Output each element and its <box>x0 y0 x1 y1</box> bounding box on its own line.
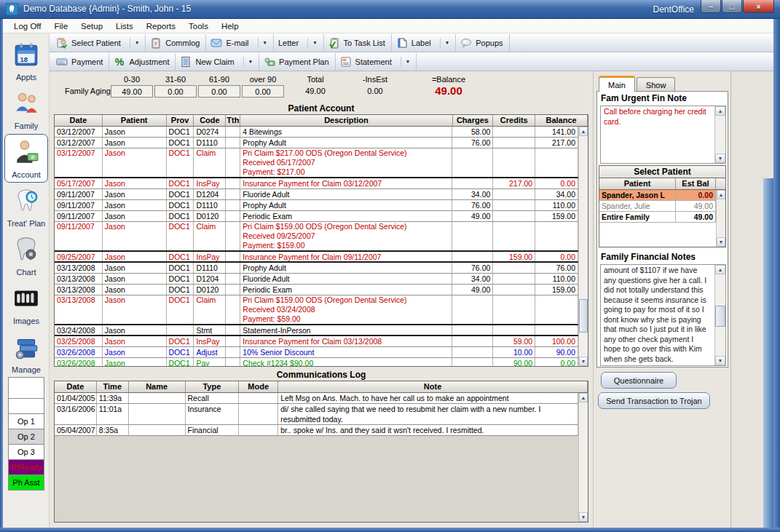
account-row[interactable]: 03/12/2007JasonDOC1ClaimPri Claim $217.0… <box>55 148 578 178</box>
scroll-up-icon[interactable]: ▲ <box>715 265 725 274</box>
commlog-row[interactable]: 01/04/200511:39aRecallLeft Msg on Ans. M… <box>55 393 578 404</box>
select-patient-scrollbar[interactable]: ▲ ▼ <box>716 190 725 247</box>
module-family[interactable]: Family <box>4 85 48 134</box>
account-row[interactable]: 09/25/2007JasonDOC1InsPayInsurance Payme… <box>55 252 578 263</box>
urgent-note-text[interactable]: Call before charging her credit card. <box>601 106 714 163</box>
account-row[interactable]: 05/17/2007JasonDOC1InsPayInsurance Payme… <box>55 178 578 189</box>
toolbar-new-claim-button[interactable]: New Claim▼ <box>176 54 259 70</box>
menu-item-setup[interactable]: Setup <box>74 19 109 33</box>
module-images[interactable]: Images <box>4 280 48 329</box>
column-header-note[interactable]: Note <box>278 381 588 392</box>
tab-show[interactable]: Show <box>637 77 676 92</box>
toolbar-select-patient-button[interactable]: Select Patient▼ <box>52 35 145 51</box>
menu-item-file[interactable]: File <box>48 19 75 33</box>
dropdown-arrow-icon[interactable]: ▼ <box>130 38 139 48</box>
op-button-empty[interactable] <box>8 398 44 414</box>
financial-notes-text[interactable]: amount of $1107 if we have any questions… <box>601 265 714 365</box>
scroll-up-icon[interactable]: ▲ <box>717 190 725 199</box>
column-header-est-bal[interactable]: Est Bal <box>676 178 716 189</box>
commlog-scrollbar[interactable]: ▲ ▼ <box>578 393 588 522</box>
minimize-button[interactable]: – <box>701 0 721 13</box>
account-row[interactable]: 03/13/2008JasonDOC1D0120Periodic Exam49.… <box>55 285 578 295</box>
toolbar-popups-button[interactable]: Popups <box>456 35 508 51</box>
toolbar-letter-button[interactable]: Letter▼ <box>274 35 323 51</box>
scroll-down-icon[interactable]: ▼ <box>715 356 725 365</box>
toolbar-label-button[interactable]: Label▼ <box>392 35 455 51</box>
scroll-down-icon[interactable]: ▼ <box>715 154 725 163</box>
column-header-balance[interactable]: Balance <box>535 115 588 126</box>
column-header-patient[interactable]: Patient <box>599 178 676 189</box>
scrollbar-track[interactable] <box>715 116 725 154</box>
column-header-prov[interactable]: Prov <box>167 115 194 126</box>
column-header-date[interactable]: Date <box>55 115 103 126</box>
column-header-code[interactable]: Code <box>194 115 226 126</box>
financial-notes-box[interactable]: amount of $1107 if we have any questions… <box>600 264 726 366</box>
dropdown-arrow-icon[interactable]: ▼ <box>307 38 317 48</box>
module-appts[interactable]: 18Appts <box>4 36 48 85</box>
scrollbar-track[interactable] <box>579 136 588 357</box>
account-row[interactable]: 03/13/2008JasonDOC1D1204Fluoride Adult34… <box>55 274 578 285</box>
scrollbar-track[interactable] <box>715 274 725 356</box>
toolbar-payment-plan-button[interactable]: Payment Plan <box>259 54 334 70</box>
account-row[interactable]: 09/11/2007JasonDOC1D0120Periodic Exam49.… <box>55 211 578 222</box>
account-row[interactable]: 03/26/2008JasonDOC1PayCheck #1234 $90.00… <box>55 358 578 366</box>
scrollbar-thumb[interactable] <box>715 306 725 327</box>
toolbar-commlog-button[interactable]: Commlog <box>146 35 205 51</box>
column-header-name[interactable]: Name <box>129 381 186 392</box>
toolbar-statement-button[interactable]: Statement▼ <box>336 54 417 70</box>
account-scrollbar[interactable]: ▲ ▼ <box>578 127 588 366</box>
select-patient-row[interactable]: Spander, Julie49.00 <box>599 201 716 212</box>
close-button[interactable]: × <box>743 0 774 13</box>
module-account[interactable]: Account <box>4 134 48 183</box>
dropdown-arrow-icon[interactable]: ▼ <box>243 57 253 67</box>
scroll-down-icon[interactable]: ▼ <box>579 512 588 522</box>
menu-item-tools[interactable]: Tools <box>182 19 215 33</box>
op-button-ph-asst[interactable]: Ph Asst <box>8 475 44 491</box>
op-button-ptready[interactable]: PtReady <box>8 459 44 475</box>
account-row[interactable]: 09/11/2007JasonDOC1ClaimPri Claim $159.0… <box>55 222 578 252</box>
toolbar-to-task-list-button[interactable]: To Task List <box>324 35 391 51</box>
column-header-time[interactable]: Time <box>97 381 129 392</box>
scrollbar-track[interactable] <box>579 402 588 512</box>
urgent-note-box[interactable]: Call before charging her credit card. ▲ … <box>600 106 726 164</box>
op-button-empty[interactable] <box>8 377 44 399</box>
column-header-tth[interactable]: Tth <box>226 115 240 126</box>
column-header-charges[interactable]: Charges <box>453 115 494 126</box>
toolbar-adjustment-button[interactable]: %Adjustment <box>109 54 175 70</box>
module-manage[interactable]: Manage <box>4 329 48 378</box>
commlog-row[interactable]: 03/16/200611:01aInsurancedi/ she called … <box>55 404 578 425</box>
menu-item-help[interactable]: Help <box>215 19 245 33</box>
account-row[interactable]: 03/12/2007JasonDOC1D02744 Bitewings58.00… <box>55 127 578 138</box>
account-row[interactable]: 03/25/2008JasonDOC1InsPayInsurance Payme… <box>55 336 578 347</box>
scrollbar-thumb[interactable] <box>579 299 588 332</box>
maximize-button[interactable]: □ <box>722 0 742 13</box>
account-row[interactable]: 03/13/2008JasonDOC1D1110Prophy Adult76.0… <box>55 263 578 274</box>
column-header-description[interactable]: Description <box>240 115 452 126</box>
op-button-op-3[interactable]: Op 3 <box>8 444 44 460</box>
scroll-down-icon[interactable]: ▼ <box>717 237 725 247</box>
tab-main[interactable]: Main <box>599 76 635 92</box>
scroll-up-icon[interactable]: ▲ <box>579 393 588 402</box>
op-button-op-2[interactable]: Op 2 <box>8 429 44 445</box>
dropdown-arrow-icon[interactable]: ▼ <box>258 38 267 48</box>
menu-item-log-off[interactable]: Log Off <box>7 19 48 33</box>
scroll-up-icon[interactable]: ▲ <box>579 127 588 136</box>
urgent-note-scrollbar[interactable]: ▲ ▼ <box>714 106 725 163</box>
scroll-down-icon[interactable]: ▼ <box>579 357 588 366</box>
scrollbar-track[interactable] <box>717 199 725 237</box>
column-header-credits[interactable]: Credits <box>493 115 535 126</box>
dropdown-arrow-icon[interactable]: ▼ <box>440 38 449 48</box>
dropdown-arrow-icon[interactable]: ▼ <box>401 57 410 67</box>
scroll-up-icon[interactable]: ▲ <box>715 106 725 116</box>
select-patient-row[interactable]: Spander, Jason L0.00 <box>599 190 716 201</box>
toolbar-e-mail-button[interactable]: E-mail▼ <box>206 35 273 51</box>
account-row[interactable]: 03/12/2007JasonDOC1D1110Prophy Adult76.0… <box>55 138 578 148</box>
send-transaction-to-trojan-button[interactable]: Send Transaction to Trojan <box>598 392 710 409</box>
op-button-op-1[interactable]: Op 1 <box>8 413 44 429</box>
account-row[interactable]: 09/11/2007JasonDOC1D1204Fluoride Adult34… <box>55 189 578 200</box>
select-patient-row[interactable]: Entire Family49.00 <box>599 212 716 223</box>
account-row[interactable]: 03/26/2008JasonDOC1Adjust10% Senior Disc… <box>55 347 578 358</box>
account-row[interactable]: 03/13/2008JasonDOC1ClaimPri Claim $159.0… <box>55 295 578 325</box>
toolbar-payment-button[interactable]: Payment <box>52 54 109 70</box>
account-row[interactable]: 03/24/2008JasonStmtStatement-InPerson <box>55 325 578 336</box>
